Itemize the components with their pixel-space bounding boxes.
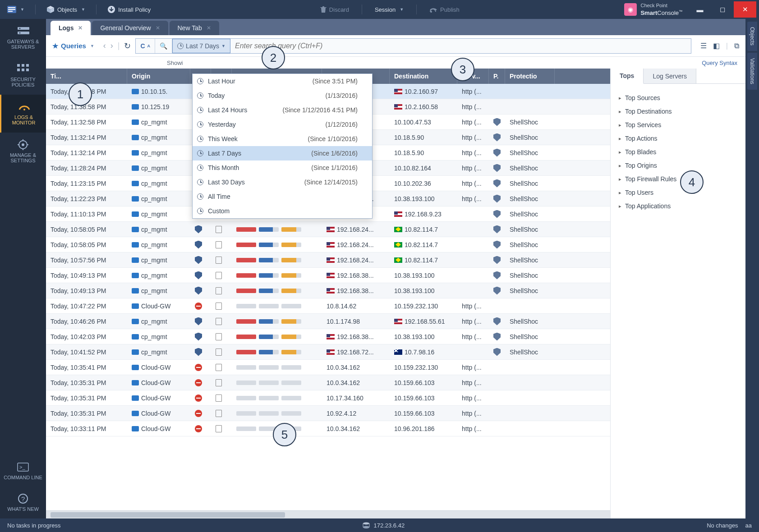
- time-option-all-time[interactable]: All Time: [193, 189, 372, 204]
- time-option-last-24-hours[interactable]: Last 24 Hours(Since 1/12/2016 4:51 PM): [193, 103, 372, 117]
- time-option-last-7-days[interactable]: Last 7 Days(Since 1/6/2016): [193, 146, 372, 161]
- top-item-top-blades[interactable]: Top Blades: [615, 145, 741, 159]
- top-item-top-origins[interactable]: Top Origins: [615, 159, 741, 172]
- right-rail-valid[interactable]: Validations: [747, 53, 757, 90]
- time-option-yesterday[interactable]: Yesterday(1/12/2016): [193, 117, 372, 132]
- forward-button[interactable]: ›: [110, 41, 113, 50]
- time-option-this-week[interactable]: This Week(Since 1/10/2016): [193, 132, 372, 146]
- svg-point-8: [430, 11, 432, 13]
- top-item-label: Top Firewall Rules: [625, 175, 676, 183]
- tab-logs[interactable]: Logs✕: [51, 21, 91, 35]
- table-row[interactable]: Today, 10:49:13 PMcp_mgmt 192.168.38... …: [46, 283, 610, 298]
- rail-item-cmd[interactable]: >_COMMAND LINE: [0, 455, 46, 487]
- cell-time: Today, 11:28:24 PM: [46, 165, 127, 172]
- match-case-button[interactable]: CA: [136, 39, 155, 53]
- table-row[interactable]: Today, 10:41:52 PMcp_mgmt 192.168.72... …: [46, 344, 610, 360]
- cell-p: [489, 256, 505, 264]
- scroll-thumb[interactable]: [51, 512, 285, 518]
- horizontal-scrollbar[interactable]: [46, 510, 610, 518]
- cell-source: 10.1.174.98: [322, 318, 390, 325]
- rail-item-manage[interactable]: MANAGE & SETTINGS: [0, 133, 46, 170]
- col-time[interactable]: Ti...: [46, 69, 127, 84]
- table-row[interactable]: Today, 10:46:26 PMcp_mgmt 10.1.174.98 19…: [46, 314, 610, 329]
- top-item-top-sources[interactable]: Top Sources: [615, 91, 741, 105]
- cmd-icon: >_: [17, 462, 29, 472]
- svg-rect-1: [8, 7, 15, 8]
- table-row[interactable]: Today, 10:58:05 PMcp_mgmt 192.168.24... …: [46, 222, 610, 237]
- queries-button[interactable]: ★ Queries ▼: [52, 42, 94, 50]
- top-item-top-actions[interactable]: Top Actions: [615, 132, 741, 145]
- back-button[interactable]: ‹: [103, 41, 106, 50]
- objects-menu-button[interactable]: Objects ▼: [42, 4, 90, 15]
- popout-button[interactable]: ⧉: [734, 42, 739, 50]
- window-close-button[interactable]: ✕: [734, 1, 756, 18]
- col-destination[interactable]: Destination: [390, 69, 457, 84]
- table-row[interactable]: Today, 10:58:05 PMcp_mgmt 192.168.24... …: [46, 237, 610, 252]
- table-row[interactable]: Today, 10:35:31 PMCloud-GW 10.17.34.160 …: [46, 390, 610, 406]
- time-option-last-30-days[interactable]: Last 30 Days(Since 12/14/2015): [193, 175, 372, 189]
- table-row[interactable]: Today, 10:35:41 PMCloud-GW 10.0.34.162 1…: [46, 360, 610, 375]
- server-address: 172.23.6.42: [373, 522, 405, 529]
- cell-p: [489, 225, 505, 234]
- top-item-top-applications[interactable]: Top Applications: [615, 199, 741, 213]
- tab-close-icon[interactable]: ✕: [207, 25, 211, 31]
- window-maximize-button[interactable]: ◻: [711, 1, 734, 18]
- top-item-top-services[interactable]: Top Services: [615, 118, 741, 132]
- search-icon-button[interactable]: 🔍: [155, 39, 172, 53]
- discard-button[interactable]: Discard: [316, 4, 354, 15]
- tab-close-icon[interactable]: ✕: [156, 25, 160, 31]
- tab-close-icon[interactable]: ✕: [78, 25, 83, 31]
- tab-new-tab[interactable]: New Tab✕: [170, 21, 219, 35]
- col-origin[interactable]: Origin: [127, 69, 190, 84]
- table-row[interactable]: Today, 10:35:31 PMCloud-GW 10.0.34.162 1…: [46, 375, 610, 390]
- table-row[interactable]: Today, 10:33:11 PMCloud-GW 10.0.34.162 1…: [46, 421, 610, 436]
- table-row[interactable]: Today, 10:57:56 PMcp_mgmt 192.168.24... …: [46, 252, 610, 268]
- top-item-top-firewall-rules[interactable]: Top Firewall Rules: [615, 172, 741, 186]
- cell-destination: 10.159.66.103: [390, 379, 457, 386]
- install-policy-button[interactable]: Install Policy: [103, 4, 155, 15]
- table-row[interactable]: Today, 10:35:31 PMCloud-GW 10.92.4.12 10…: [46, 406, 610, 421]
- cell-protection: ShellShoc: [505, 211, 555, 218]
- rail-item-gateways[interactable]: GATEWAYS & SERVERS: [0, 19, 46, 57]
- time-option-custom[interactable]: Custom: [193, 204, 372, 218]
- stats-tab-tops[interactable]: Tops: [611, 69, 644, 84]
- tab-general-overview[interactable]: General Overview✕: [92, 21, 168, 35]
- cell-source: 192.168.24...: [322, 226, 390, 233]
- panel-toggle-button[interactable]: ◧: [713, 41, 720, 50]
- cell-action: [211, 287, 232, 294]
- rail-item-logs[interactable]: LOGS & MONITOR: [0, 95, 46, 133]
- col-p[interactable]: P.: [489, 69, 505, 84]
- time-option-last-hour[interactable]: Last Hour(Since 3:51 PM): [193, 74, 372, 88]
- search-input[interactable]: [230, 42, 691, 50]
- protection-shield-icon: [493, 241, 501, 249]
- session-menu-button[interactable]: Session ▼: [370, 5, 408, 15]
- time-option-today[interactable]: Today(1/13/2016): [193, 88, 372, 103]
- time-option-this-month[interactable]: This Month(Since 1/1/2016): [193, 161, 372, 175]
- option-label: Custom: [208, 207, 230, 215]
- col-service[interactable]: Serv...: [457, 69, 489, 84]
- stats-tab-log-servers[interactable]: Log Servers: [644, 69, 696, 83]
- cell-bars: [232, 350, 322, 354]
- right-rail-objects[interactable]: Objects: [747, 22, 757, 51]
- publish-button[interactable]: Publish: [425, 5, 464, 15]
- table-row[interactable]: Today, 10:47:22 PMCloud-GW 10.8.14.62 10…: [46, 298, 610, 314]
- rail-item-policies[interactable]: SECURITY POLICIES: [0, 57, 46, 95]
- list-view-button[interactable]: ☰: [700, 41, 707, 50]
- time-filter-button[interactable]: Last 7 Days ▼: [172, 39, 230, 53]
- app-menu-button[interactable]: ▼: [3, 4, 29, 15]
- gateway-icon: [132, 319, 139, 324]
- cell-origin: cp_mgmt: [127, 241, 190, 248]
- cell-blade: [190, 425, 211, 432]
- refresh-button[interactable]: ↻: [124, 41, 131, 51]
- col-protection[interactable]: Protectio: [505, 69, 555, 84]
- query-syntax-link[interactable]: Query Syntax: [702, 60, 737, 66]
- cell-protection: ShellShoc: [505, 180, 555, 187]
- table-row[interactable]: Today, 10:49:13 PMcp_mgmt 192.168.38... …: [46, 268, 610, 283]
- separator: [35, 5, 36, 14]
- main-panel: Logs✕General Overview✕New Tab✕ ★ Queries…: [46, 19, 745, 518]
- top-item-top-users[interactable]: Top Users: [615, 186, 741, 199]
- window-minimize-button[interactable]: ▬: [689, 1, 711, 18]
- rail-item-whatsnew[interactable]: ?WHAT'S NEW: [0, 487, 46, 518]
- table-row[interactable]: Today, 10:42:03 PMcp_mgmt 192.168.38... …: [46, 329, 610, 344]
- top-item-top-destinations[interactable]: Top Destinations: [615, 105, 741, 118]
